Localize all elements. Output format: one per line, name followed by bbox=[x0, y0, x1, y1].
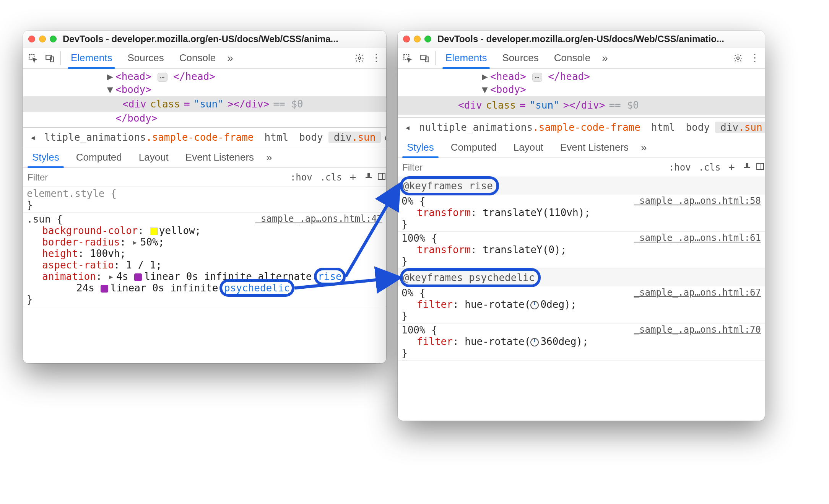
svg-point-3 bbox=[358, 57, 361, 59]
subtab-computed[interactable]: Computed bbox=[68, 147, 130, 167]
easing-icon[interactable] bbox=[134, 273, 142, 281]
minimize-icon[interactable] bbox=[414, 36, 421, 42]
filter-row: :hov .cls + bbox=[23, 168, 386, 187]
hov-button[interactable]: :hov bbox=[665, 162, 695, 173]
dom-body-close[interactable]: </body> bbox=[23, 112, 386, 125]
crumb-html[interactable]: html bbox=[259, 132, 294, 143]
crumb-html[interactable]: html bbox=[646, 122, 681, 133]
gear-icon[interactable] bbox=[730, 50, 746, 66]
minimize-icon[interactable] bbox=[39, 36, 46, 42]
source-link[interactable]: _sample_.ap…ons.html:70 bbox=[634, 324, 761, 335]
subtab-styles[interactable]: Styles bbox=[399, 137, 442, 158]
new-rule-button[interactable]: + bbox=[346, 171, 360, 184]
gear-icon[interactable] bbox=[352, 50, 367, 66]
expand-icon[interactable]: ▸ bbox=[132, 236, 140, 248]
subtab-layout[interactable]: Layout bbox=[131, 147, 176, 167]
expand-icon[interactable]: ▶ bbox=[482, 70, 490, 83]
source-link[interactable]: _sample_.ap…ons.html:61 bbox=[634, 232, 761, 243]
source-link[interactable]: _sample_.ap…ons.html:58 bbox=[634, 195, 761, 206]
subtab-listeners[interactable]: Event Listeners bbox=[178, 147, 262, 167]
chevron-left-icon[interactable]: ◂ bbox=[401, 122, 414, 133]
zoom-icon[interactable] bbox=[50, 36, 57, 42]
expand-icon[interactable]: ▶ bbox=[107, 70, 115, 83]
subtab-layout[interactable]: Layout bbox=[506, 137, 551, 158]
crumb-body[interactable]: body bbox=[294, 132, 328, 143]
easing-icon[interactable] bbox=[101, 285, 108, 293]
dom-head[interactable]: ▶<head> ⋯ </head> bbox=[398, 70, 765, 83]
ellipsis-icon[interactable]: ⋯ bbox=[532, 73, 542, 82]
computed-pane-icon[interactable] bbox=[752, 162, 765, 173]
rule-sun[interactable]: _sample_.ap…ons.html:47 .sun { backgroun… bbox=[23, 213, 386, 307]
hov-button[interactable]: :hov bbox=[286, 172, 316, 183]
crumb-leaf[interactable]: div.sun bbox=[715, 122, 765, 133]
tab-elements[interactable]: Elements bbox=[439, 47, 494, 68]
tab-console[interactable]: Console bbox=[172, 47, 223, 68]
inspect-icon[interactable] bbox=[25, 50, 41, 66]
new-rule-button[interactable]: + bbox=[724, 161, 739, 174]
dom-body-open[interactable]: ▼<body> bbox=[398, 83, 765, 96]
more-tabs-icon[interactable]: » bbox=[599, 52, 611, 64]
breadcrumb[interactable]: ◂ nultiple_animations.sample-code-frame … bbox=[398, 117, 765, 137]
source-link[interactable]: _sample_.ap…ons.html:67 bbox=[634, 287, 761, 298]
device-toggle-icon[interactable] bbox=[42, 50, 57, 66]
rule-element-style[interactable]: element.style { } bbox=[23, 187, 386, 213]
subtab-listeners[interactable]: Event Listeners bbox=[553, 137, 636, 158]
crumb-leaf[interactable]: div.sun bbox=[328, 132, 381, 143]
rule-psy-100[interactable]: _sample_.ap…ons.html:70 100% { filter: h… bbox=[398, 324, 765, 361]
styles-pane[interactable]: element.style { } _sample_.ap…ons.html:4… bbox=[23, 187, 386, 307]
brush-icon[interactable] bbox=[739, 162, 752, 173]
brush-icon[interactable] bbox=[360, 172, 373, 183]
source-link[interactable]: _sample_.ap…ons.html:47 bbox=[255, 213, 382, 224]
cls-button[interactable]: .cls bbox=[695, 162, 725, 173]
tab-sources[interactable]: Sources bbox=[120, 47, 171, 68]
styles-pane[interactable]: @keyframes rise _sample_.ap…ons.html:58 … bbox=[398, 177, 765, 361]
chevron-right-icon[interactable]: ▸ bbox=[381, 132, 386, 143]
more-subtabs-icon[interactable]: » bbox=[263, 151, 275, 164]
dom-tree[interactable]: ▶<head> ⋯ </head> ▼<body> ⋯ <div class="… bbox=[398, 69, 765, 117]
ellipsis-icon[interactable]: ⋯ bbox=[158, 73, 167, 82]
window-title: DevTools - developer.mozilla.org/en-US/d… bbox=[437, 34, 759, 44]
rule-rise-100[interactable]: _sample_.ap…ons.html:61 100% { transform… bbox=[398, 232, 765, 269]
more-tabs-icon[interactable]: » bbox=[224, 52, 236, 64]
filter-input[interactable] bbox=[398, 158, 665, 177]
more-subtabs-icon[interactable]: » bbox=[638, 141, 650, 154]
dom-body-open[interactable]: ▼<body> bbox=[23, 83, 386, 96]
tab-elements[interactable]: Elements bbox=[64, 47, 119, 68]
crumb-body[interactable]: body bbox=[680, 122, 715, 133]
chevron-left-icon[interactable]: ◂ bbox=[27, 132, 39, 143]
dom-selected-div[interactable]: <div class="sun"></div> == $0 bbox=[23, 96, 386, 112]
subtab-styles[interactable]: Styles bbox=[24, 147, 67, 167]
dom-tree[interactable]: ▶<head> ⋯ </head> ▼<body> <div class="su… bbox=[23, 69, 386, 127]
computed-pane-icon[interactable] bbox=[373, 172, 386, 183]
tab-sources[interactable]: Sources bbox=[495, 47, 545, 68]
collapse-icon[interactable]: ▼ bbox=[482, 83, 490, 96]
collapse-icon[interactable]: ▼ bbox=[107, 83, 115, 96]
rule-psy-0[interactable]: _sample_.ap…ons.html:67 0% { filter: hue… bbox=[398, 286, 765, 324]
angle-icon[interactable] bbox=[530, 338, 539, 346]
crumb-frame[interactable]: ltiple_animations.sample-code-frame bbox=[39, 132, 259, 143]
keyframes-link-rise[interactable]: rise bbox=[318, 271, 342, 282]
rule-rise-0[interactable]: _sample_.ap…ons.html:58 0% { transform: … bbox=[398, 195, 765, 232]
kebab-icon[interactable]: ⋮ bbox=[369, 50, 384, 66]
dom-head[interactable]: ▶<head> ⋯ </head> bbox=[23, 70, 386, 83]
kebab-icon[interactable]: ⋮ bbox=[747, 50, 762, 66]
filter-input[interactable] bbox=[23, 168, 286, 187]
inspect-icon[interactable] bbox=[400, 50, 415, 66]
cls-button[interactable]: .cls bbox=[316, 172, 346, 183]
keyframes-header-psychedelic[interactable]: @keyframes psychedelic bbox=[398, 269, 765, 286]
subtab-computed[interactable]: Computed bbox=[443, 137, 504, 158]
crumb-frame[interactable]: nultiple_animations.sample-code-frame bbox=[414, 122, 646, 133]
dom-selected-div[interactable]: ⋯ <div class="sun"></div> == $0 bbox=[398, 96, 765, 115]
color-swatch-icon[interactable] bbox=[150, 228, 158, 235]
device-toggle-icon[interactable] bbox=[417, 50, 432, 66]
expand-icon[interactable]: ▸ bbox=[108, 271, 116, 282]
keyframes-header-rise[interactable]: @keyframes rise bbox=[398, 177, 765, 195]
window-title: DevTools - developer.mozilla.org/en-US/d… bbox=[63, 34, 381, 44]
tab-console[interactable]: Console bbox=[547, 47, 597, 68]
zoom-icon[interactable] bbox=[424, 36, 431, 42]
close-icon[interactable] bbox=[403, 36, 410, 42]
keyframes-link-psychedelic[interactable]: psychedelic bbox=[224, 282, 290, 294]
close-icon[interactable] bbox=[28, 36, 35, 42]
breadcrumb[interactable]: ◂ ltiple_animations.sample-code-frame ht… bbox=[23, 127, 386, 147]
angle-icon[interactable] bbox=[530, 301, 539, 309]
